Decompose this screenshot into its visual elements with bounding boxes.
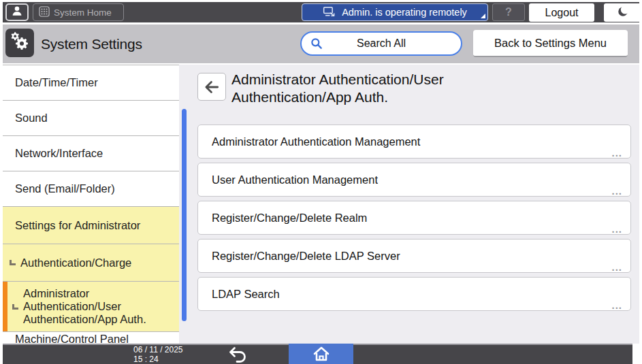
help-label: ? bbox=[505, 6, 512, 18]
menu-item-ldap-search[interactable]: LDAP Search ... bbox=[197, 277, 631, 311]
sleep-mode-button[interactable] bbox=[604, 3, 641, 22]
menu-item-user-authentication-management[interactable]: User Authentication Management ... bbox=[197, 163, 631, 197]
banner-corner-mark bbox=[481, 14, 485, 18]
menu-item-label: Register/Change/Delete LDAP Server bbox=[212, 250, 400, 263]
more-indicator: ... bbox=[611, 301, 622, 310]
user-account-button[interactable] bbox=[5, 3, 29, 21]
user-icon bbox=[11, 5, 23, 20]
time-text: 15 : 24 bbox=[133, 354, 183, 364]
page-title: System Settings bbox=[41, 24, 142, 63]
menu-item-register-change-delete-ldap-server[interactable]: Register/Change/Delete LDAP Server ... bbox=[197, 239, 631, 273]
sidebar-item-authentication-charge[interactable]: Authentication/Charge bbox=[3, 244, 179, 282]
system-home-label: System Home bbox=[54, 7, 112, 18]
menu-item-label: LDAP Search bbox=[212, 288, 280, 301]
sidebar-item-date-time-timer[interactable]: Date/Time/Timer bbox=[3, 65, 179, 101]
sidebar-item-label: Sound bbox=[15, 112, 48, 125]
sidebar-item-admin-user-app-auth[interactable]: Administrator Authentication/User Authen… bbox=[3, 282, 179, 332]
datetime-display: 06 / 11 / 2025 15 : 24 bbox=[133, 345, 183, 364]
more-indicator: ... bbox=[611, 186, 622, 196]
remote-status-text: Admin. is operating remotely bbox=[342, 7, 467, 18]
more-indicator: ... bbox=[611, 263, 622, 272]
logout-button[interactable]: Logout bbox=[529, 3, 594, 22]
sidebar-item-label: Network/Interface bbox=[15, 147, 103, 160]
app-grid-icon bbox=[39, 6, 50, 19]
settings-menu-list: Administrator Authentication Management … bbox=[197, 125, 631, 315]
sidebar-item-label: Machine/Control Panel bbox=[15, 333, 129, 344]
menu-item-label: Register/Change/Delete Realm bbox=[212, 212, 367, 225]
back-to-settings-menu-button[interactable]: Back to Settings Menu bbox=[473, 30, 628, 57]
sidebar-item-network-interface[interactable]: Network/Interface bbox=[3, 136, 179, 171]
back-to-menu-label: Back to Settings Menu bbox=[494, 37, 607, 50]
settings-sidebar: Date/Time/Timer Sound Network/Interface … bbox=[3, 65, 179, 344]
menu-item-label: Administrator Authentication Management bbox=[212, 135, 420, 148]
search-all-button[interactable]: Search All bbox=[300, 31, 462, 56]
menu-item-register-change-delete-realm[interactable]: Register/Change/Delete Realm ... bbox=[197, 201, 631, 235]
sidebar-item-label: Administrator Authentication/User Authen… bbox=[23, 287, 172, 326]
moon-icon bbox=[617, 5, 629, 20]
system-home-button[interactable]: System Home bbox=[33, 3, 124, 21]
content-area: Date/Time/Timer Sound Network/Interface … bbox=[3, 65, 639, 344]
subitem-corner-icon bbox=[10, 260, 16, 265]
device-screen: System Home Admin. is operating remotely… bbox=[0, 0, 642, 364]
home-button[interactable] bbox=[289, 344, 353, 364]
main-panel: Administrator Authentication/User Authen… bbox=[197, 65, 634, 344]
sidebar-item-label: Date/Time/Timer bbox=[15, 76, 98, 89]
undo-icon bbox=[228, 346, 248, 363]
system-settings-app-tile bbox=[5, 29, 34, 57]
search-icon bbox=[310, 37, 323, 50]
remote-status-banner[interactable]: Admin. is operating remotely bbox=[302, 3, 488, 21]
sidebar-item-machine-control-panel[interactable]: Machine/Control Panel bbox=[3, 332, 179, 344]
top-bar: System Home Admin. is operating remotely… bbox=[3, 2, 639, 22]
selected-indicator bbox=[3, 282, 7, 331]
bottom-bar: 06 / 11 / 2025 15 : 24 bbox=[3, 344, 632, 364]
sidebar-item-label: Settings for Administrator bbox=[15, 219, 140, 232]
more-indicator: ... bbox=[611, 148, 622, 158]
sidebar-item-settings-for-administrator[interactable]: Settings for Administrator bbox=[3, 207, 179, 244]
gears-icon bbox=[9, 31, 31, 55]
undo-button[interactable] bbox=[222, 345, 255, 364]
date-text: 06 / 11 / 2025 bbox=[133, 345, 183, 354]
sidebar-scrollbar-thumb[interactable] bbox=[182, 109, 187, 321]
menu-item-label: User Authentication Management bbox=[212, 173, 378, 186]
app-header: System Settings Search All Back to Setti… bbox=[3, 24, 639, 63]
remote-operation-icon bbox=[323, 5, 336, 20]
subitem-corner-icon bbox=[12, 304, 18, 310]
menu-item-administrator-authentication-management[interactable]: Administrator Authentication Management … bbox=[197, 125, 631, 159]
sidebar-item-label: Authentication/Charge bbox=[20, 257, 131, 269]
sidebar-item-send-email-folder[interactable]: Send (Email/Folder) bbox=[3, 171, 179, 207]
back-arrow-icon bbox=[203, 78, 221, 96]
sidebar-item-sound[interactable]: Sound bbox=[3, 101, 179, 136]
logout-label: Logout bbox=[545, 7, 579, 19]
search-label: Search All bbox=[302, 37, 461, 50]
help-button[interactable]: ? bbox=[492, 3, 525, 21]
section-title: Administrator Authentication/User Authen… bbox=[231, 71, 485, 106]
sidebar-item-label: Send (Email/Folder) bbox=[15, 182, 115, 195]
back-button[interactable] bbox=[197, 73, 226, 101]
home-icon bbox=[312, 346, 330, 362]
more-indicator: ... bbox=[611, 225, 622, 234]
